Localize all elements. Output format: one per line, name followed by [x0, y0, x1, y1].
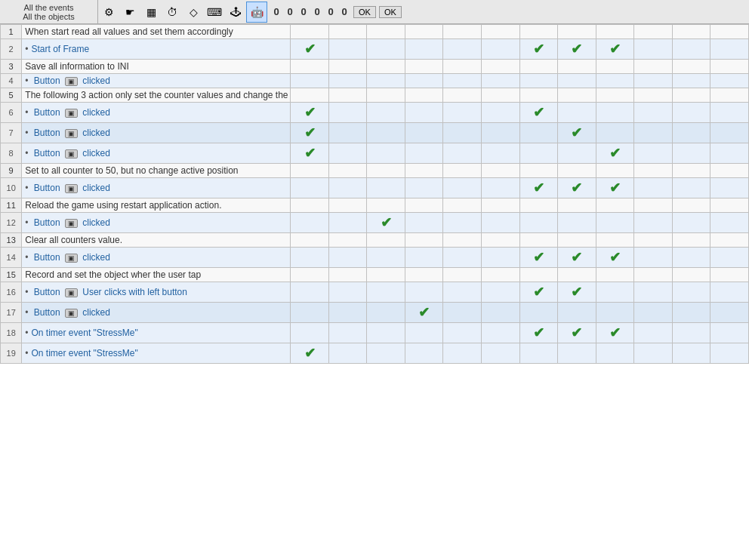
check-cell-8[interactable] [596, 213, 634, 233]
check-cell-11[interactable] [710, 88, 749, 103]
gear-icon[interactable]: ⚙ [98, 2, 119, 23]
check-cell-1[interactable] [328, 282, 367, 303]
check-cell-3[interactable] [405, 268, 443, 282]
row-description[interactable]: • Button ▣ clicked [22, 213, 291, 233]
check-cell-8[interactable] [596, 268, 634, 282]
check-cell-7[interactable] [558, 268, 596, 282]
check-cell-7[interactable] [558, 213, 596, 233]
check-cell-5[interactable] [481, 213, 519, 233]
check-cell-6[interactable] [519, 143, 558, 164]
check-cell-6[interactable]: ✔ [519, 282, 558, 303]
check-cell-2[interactable] [367, 248, 405, 268]
check-cell-0[interactable] [291, 88, 329, 103]
check-cell-6[interactable]: ✔ [519, 39, 558, 60]
check-cell-5[interactable] [481, 282, 519, 303]
check-cell-4[interactable] [443, 213, 482, 233]
check-cell-7[interactable] [558, 143, 596, 164]
check-cell-7[interactable] [558, 60, 596, 74]
check-cell-8[interactable]: ✔ [596, 248, 634, 268]
check-cell-9[interactable] [634, 39, 673, 60]
ok-button-1[interactable]: OK [353, 6, 376, 18]
check-cell-6[interactable] [519, 88, 558, 103]
check-cell-4[interactable] [443, 303, 482, 323]
check-cell-8[interactable]: ✔ [596, 39, 634, 60]
check-cell-3[interactable] [405, 282, 443, 303]
check-cell-1[interactable] [328, 74, 367, 88]
check-cell-9[interactable] [634, 143, 673, 164]
check-cell-11[interactable] [710, 282, 749, 303]
check-cell-10[interactable] [672, 39, 710, 60]
check-cell-6[interactable] [519, 198, 558, 213]
row-description[interactable]: • Button ▣ User clicks with left button [22, 282, 291, 303]
check-cell-7[interactable]: ✔ [558, 323, 596, 343]
check-cell-4[interactable] [443, 233, 482, 248]
check-cell-9[interactable] [634, 103, 673, 123]
check-cell-6[interactable] [519, 60, 558, 74]
check-cell-8[interactable] [596, 343, 634, 364]
check-cell-6[interactable] [519, 164, 558, 178]
check-cell-5[interactable] [481, 88, 519, 103]
check-cell-2[interactable] [367, 74, 405, 88]
check-cell-2[interactable] [367, 164, 405, 178]
grid-icon[interactable]: ▦ [140, 2, 162, 23]
check-cell-5[interactable] [481, 248, 519, 268]
check-cell-8[interactable] [596, 233, 634, 248]
check-cell-5[interactable] [481, 123, 519, 143]
check-cell-2[interactable] [367, 88, 405, 103]
row-description[interactable]: • Button ▣ clicked [22, 123, 291, 143]
check-cell-8[interactable] [596, 282, 634, 303]
check-cell-0[interactable] [291, 268, 329, 282]
check-cell-1[interactable] [328, 248, 367, 268]
check-cell-4[interactable] [443, 143, 482, 164]
check-cell-10[interactable] [672, 143, 710, 164]
check-cell-5[interactable] [481, 60, 519, 74]
check-cell-4[interactable] [443, 248, 482, 268]
check-cell-10[interactable] [672, 25, 710, 39]
check-cell-0[interactable] [291, 25, 329, 39]
check-cell-5[interactable] [481, 303, 519, 323]
check-cell-10[interactable] [672, 74, 710, 88]
check-cell-2[interactable] [367, 323, 405, 343]
check-cell-6[interactable] [519, 233, 558, 248]
check-cell-3[interactable] [405, 213, 443, 233]
check-cell-2[interactable] [367, 303, 405, 323]
check-cell-0[interactable]: ✔ [291, 143, 329, 164]
check-cell-2[interactable] [367, 143, 405, 164]
check-cell-9[interactable] [634, 323, 673, 343]
check-cell-3[interactable] [405, 198, 443, 213]
check-cell-10[interactable] [672, 103, 710, 123]
check-cell-10[interactable] [672, 248, 710, 268]
check-cell-7[interactable] [558, 233, 596, 248]
check-cell-8[interactable] [596, 60, 634, 74]
check-cell-11[interactable] [710, 198, 749, 213]
row-description[interactable]: •On timer event "StressMe" [22, 323, 291, 343]
check-cell-9[interactable] [634, 268, 673, 282]
row-description[interactable]: • Button ▣ clicked [22, 103, 291, 123]
check-cell-5[interactable] [481, 178, 519, 198]
check-cell-9[interactable] [634, 25, 673, 39]
check-cell-7[interactable]: ✔ [558, 39, 596, 60]
check-cell-11[interactable] [710, 233, 749, 248]
row-description[interactable]: •Start of Frame [22, 39, 291, 60]
check-cell-10[interactable] [672, 323, 710, 343]
check-cell-3[interactable] [405, 164, 443, 178]
check-cell-3[interactable] [405, 25, 443, 39]
check-cell-11[interactable] [710, 143, 749, 164]
check-cell-3[interactable] [405, 323, 443, 343]
check-cell-8[interactable]: ✔ [596, 143, 634, 164]
check-cell-7[interactable]: ✔ [558, 123, 596, 143]
check-cell-3[interactable] [405, 39, 443, 60]
check-cell-0[interactable]: ✔ [291, 39, 329, 60]
check-cell-6[interactable] [519, 123, 558, 143]
check-cell-9[interactable] [634, 88, 673, 103]
check-cell-6[interactable] [519, 25, 558, 39]
check-cell-0[interactable] [291, 303, 329, 323]
check-cell-5[interactable] [481, 74, 519, 88]
check-cell-9[interactable] [634, 248, 673, 268]
check-cell-6[interactable]: ✔ [519, 103, 558, 123]
check-cell-9[interactable] [634, 233, 673, 248]
check-cell-11[interactable] [710, 60, 749, 74]
check-cell-8[interactable] [596, 164, 634, 178]
check-cell-1[interactable] [328, 123, 367, 143]
check-cell-8[interactable] [596, 303, 634, 323]
